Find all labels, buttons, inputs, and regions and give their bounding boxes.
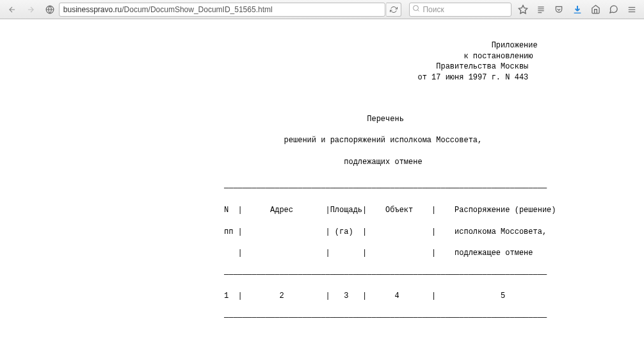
doc-right-block: Приложение к постановлению Правительства… — [26, 40, 618, 83]
svg-point-1 — [414, 6, 419, 11]
pocket-icon[interactable] — [551, 2, 567, 17]
home-icon[interactable] — [587, 2, 604, 17]
table-header-1: N | Адрес |Площадь| Объект | Распоряжени… — [26, 205, 618, 216]
chat-icon[interactable] — [605, 2, 622, 17]
table-hr-mid: ————————————————————————————————————————… — [26, 270, 618, 281]
svg-rect-5 — [538, 10, 543, 11]
svg-marker-2 — [519, 5, 527, 13]
site-identity-icon — [45, 4, 55, 15]
doc-title-2: решений и распоряжений исполкома Моссове… — [26, 135, 618, 146]
doc-title-1: Перечень — [26, 114, 618, 125]
document-body: Приложение к постановлению Правительства… — [0, 19, 644, 337]
url-domain: businesspravo.ru — [63, 5, 122, 14]
table-header-2: пп | | (га) | | исполкома Моссовета, — [26, 227, 618, 238]
table-hr-top: ————————————————————————————————————————… — [26, 183, 618, 194]
page-content[interactable]: Приложение к постановлению Правительства… — [0, 19, 644, 337]
menu-icon[interactable] — [624, 2, 640, 17]
table-header-3: | | | | подлежащее отмене — [26, 248, 618, 259]
reload-button[interactable] — [386, 3, 402, 17]
svg-rect-6 — [538, 12, 542, 13]
url-path: /Docum/DocumShow_DocumID_51565.html — [122, 5, 272, 14]
back-button[interactable] — [4, 2, 20, 17]
browser-toolbar: businesspravo.ru/Docum/DocumShow_DocumID… — [0, 0, 644, 19]
download-icon[interactable] — [569, 2, 586, 17]
table-colnums: 1 | 2 | 3 | 4 | 5 — [26, 291, 618, 302]
reading-list-icon[interactable] — [533, 2, 549, 17]
search-bar[interactable]: Поиск — [409, 3, 511, 17]
search-placeholder: Поиск — [423, 5, 444, 14]
search-icon — [412, 4, 420, 14]
url-bar[interactable]: businesspravo.ru/Docum/DocumShow_DocumID… — [59, 3, 385, 17]
table-hr-bot: ————————————————————————————————————————… — [26, 313, 618, 324]
svg-rect-7 — [574, 12, 581, 13]
svg-rect-3 — [538, 6, 543, 7]
doc-title-3: подлежащих отмене — [26, 157, 618, 168]
svg-rect-4 — [538, 8, 543, 9]
forward-button[interactable] — [22, 2, 38, 17]
bookmark-star-icon[interactable] — [514, 2, 531, 17]
